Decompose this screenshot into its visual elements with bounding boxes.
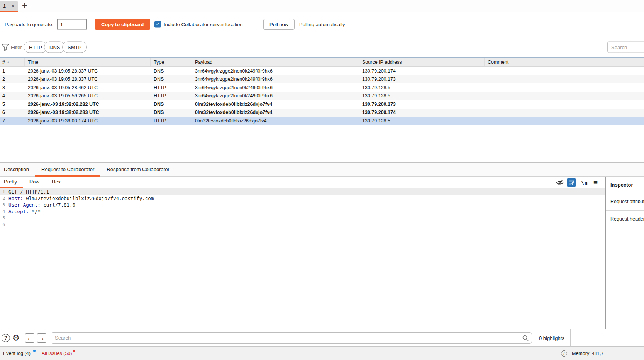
code-line: 3User-Agent: curl/7.81.0 bbox=[0, 202, 605, 208]
table-header: #∧ Time Type Payload Source IP address C… bbox=[0, 57, 644, 67]
search-magnifier-icon bbox=[522, 335, 529, 341]
column-header-source-ip[interactable]: Source IP address bbox=[359, 58, 485, 66]
filter-pill-smtp[interactable]: SMTP bbox=[62, 42, 87, 53]
table-search-input[interactable] bbox=[607, 42, 644, 53]
request-editor[interactable]: 1GET / HTTP/1.1 2Host: 0lm32tevioxdeb0il… bbox=[0, 188, 605, 329]
inspector-section-request-headers[interactable]: Request headers bbox=[606, 211, 644, 228]
toolbar-divider bbox=[256, 18, 256, 31]
word-wrap-icon bbox=[569, 180, 575, 185]
table-row-selected[interactable]: 72026-janv.-03 19:38:03.174 UTCHTTP0lm32… bbox=[0, 117, 644, 125]
event-log-button[interactable]: Event log (4) bbox=[3, 351, 31, 356]
table-row-unread[interactable]: 62026-janv.-03 19:38:02.283 UTCDNS0lm32t… bbox=[0, 109, 644, 117]
tab-collaborator-1[interactable]: 1 ✕ bbox=[0, 1, 18, 11]
table-row[interactable]: 12026-janv.-03 19:05:28.337 UTCDNS3nr64w… bbox=[0, 67, 644, 75]
detail-tab-bar: Description Request to Collaborator Resp… bbox=[0, 163, 644, 177]
payloads-count-input[interactable] bbox=[57, 19, 87, 30]
tab-response-from-collaborator[interactable]: Response from Collaborator bbox=[100, 163, 176, 177]
panel-splitter[interactable] bbox=[0, 161, 644, 161]
memory-usage: Memory: 411,7 bbox=[572, 351, 603, 356]
interactions-table: 12026-janv.-03 19:05:28.337 UTCDNS3nr64w… bbox=[0, 67, 644, 125]
editor-search-toolbar: ? ⚙ ← → 0 highlights bbox=[0, 329, 644, 346]
payloads-label: Payloads to generate: bbox=[5, 22, 53, 27]
event-log-notification-dot bbox=[33, 350, 36, 352]
word-wrap-button[interactable] bbox=[567, 177, 576, 188]
inspector-panel: Inspector Request attributes Request hea… bbox=[605, 177, 644, 329]
table-row-unread[interactable]: 52026-janv.-03 19:38:02.282 UTCDNS0lm32t… bbox=[0, 100, 644, 109]
poll-now-button[interactable]: Poll now bbox=[263, 19, 295, 30]
subtab-hex[interactable]: Hex bbox=[46, 177, 67, 188]
previous-match-button[interactable]: ← bbox=[25, 333, 34, 343]
column-header-comment[interactable]: Comment bbox=[485, 58, 644, 66]
include-location-label: Include Collaborator server location bbox=[164, 22, 243, 27]
settings-gear-icon[interactable]: ⚙ bbox=[12, 333, 20, 343]
code-line: 4Accept: */* bbox=[0, 208, 605, 215]
collaborator-toolbar: Payloads to generate: Copy to clipboard … bbox=[0, 12, 644, 37]
subtab-raw[interactable]: Raw bbox=[23, 177, 46, 188]
hamburger-icon: ≡ bbox=[593, 178, 598, 187]
code-line: 6 bbox=[0, 221, 605, 228]
gutter-divider bbox=[7, 188, 7, 329]
code-line: 5 bbox=[0, 215, 605, 221]
hide-nonprintable-button[interactable] bbox=[556, 177, 564, 188]
column-header-num[interactable]: #∧ bbox=[0, 58, 25, 66]
code-line: 1GET / HTTP/1.1 bbox=[0, 188, 605, 195]
check-icon: ✓ bbox=[156, 22, 159, 27]
column-header-type[interactable]: Type bbox=[151, 58, 192, 66]
editor-menu-button[interactable]: ≡ bbox=[593, 177, 598, 188]
table-row[interactable]: 32026-janv.-03 19:05:28.462 UTCHTTP3nr64… bbox=[0, 83, 644, 92]
status-bar: Event log (4) All issues (50) i Memory: … bbox=[0, 346, 644, 360]
editor-search-input[interactable] bbox=[51, 332, 532, 344]
copy-to-clipboard-button[interactable]: Copy to clipboard bbox=[95, 19, 150, 30]
filter-label: Filter bbox=[11, 44, 22, 50]
all-issues-button[interactable]: All issues (50) bbox=[42, 351, 72, 356]
inspector-section-request-attributes[interactable]: Request attributes bbox=[606, 193, 644, 211]
code-line: 2Host: 0lm32tevioxdeb0ilblxiz26dxjo7fv4.… bbox=[0, 195, 605, 202]
sort-ascending-icon: ∧ bbox=[7, 60, 10, 64]
window-tab-bar: 1 ✕ + bbox=[0, 0, 644, 12]
filter-funnel-icon bbox=[1, 43, 10, 51]
close-tab-icon[interactable]: ✕ bbox=[11, 3, 15, 8]
help-button[interactable]: ? bbox=[2, 334, 10, 342]
polling-status-text: Polling automatically bbox=[299, 22, 345, 27]
include-location-checkbox[interactable]: ✓ bbox=[154, 21, 161, 28]
tab-request-to-collaborator[interactable]: Request to Collaborator bbox=[35, 163, 100, 177]
editor-subtab-bar: Pretty Raw Hex \n ≡ bbox=[0, 177, 605, 188]
new-tab-button[interactable]: + bbox=[20, 0, 29, 12]
column-header-payload[interactable]: Payload bbox=[192, 58, 359, 66]
table-row[interactable]: 42026-janv.-03 19:05:59.265 UTCHTTP3nr64… bbox=[0, 92, 644, 100]
column-header-time[interactable]: Time bbox=[25, 58, 151, 66]
subtab-pretty[interactable]: Pretty bbox=[0, 177, 23, 188]
highlight-count: 0 highlights bbox=[539, 335, 564, 341]
table-row[interactable]: 22026-janv.-03 19:05:28.337 UTCDNS3nr64w… bbox=[0, 75, 644, 84]
show-newlines-button[interactable]: \n bbox=[581, 177, 588, 188]
eye-slash-icon bbox=[556, 178, 564, 187]
tab-label: 1 bbox=[3, 3, 6, 9]
filter-bar: Filter HTTP DNS SMTP bbox=[0, 37, 644, 57]
tab-description[interactable]: Description bbox=[0, 163, 35, 177]
issues-notification-dot bbox=[73, 350, 75, 352]
toolbar-right-divider bbox=[570, 329, 571, 347]
panel-splitter-line bbox=[0, 162, 644, 163]
newline-chars-icon: \n bbox=[581, 180, 588, 186]
inspector-title: Inspector bbox=[606, 177, 644, 193]
next-match-button[interactable]: → bbox=[37, 333, 46, 343]
info-icon: i bbox=[561, 350, 567, 357]
